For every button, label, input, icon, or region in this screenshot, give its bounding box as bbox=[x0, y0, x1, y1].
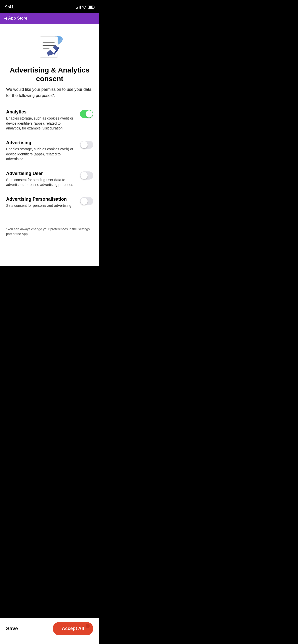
status-icons bbox=[76, 6, 94, 9]
consent-item-text-advertising-user: Advertising UserSets consent for sending… bbox=[6, 171, 80, 187]
consent-item-title-advertising-personalisation: Advertising Personalisation bbox=[6, 197, 76, 202]
consent-item-advertising: AdvertisingEnables storage, such as cook… bbox=[6, 136, 93, 166]
consent-item-desc-analytics: Enables storage, such as cookies (web) o… bbox=[6, 116, 76, 131]
consent-item-advertising-personalisation: Advertising PersonalisationSets consent … bbox=[6, 192, 93, 213]
consent-item-desc-advertising-user: Sets consent for sending user data to ad… bbox=[6, 178, 76, 187]
consent-item-text-advertising: AdvertisingEnables storage, such as cook… bbox=[6, 140, 80, 162]
consent-item-text-advertising-personalisation: Advertising PersonalisationSets consent … bbox=[6, 197, 80, 208]
toggle-advertising-personalisation[interactable] bbox=[80, 197, 93, 205]
toggle-advertising[interactable] bbox=[80, 141, 93, 149]
signal-bars-icon bbox=[76, 6, 81, 9]
wifi-icon bbox=[82, 6, 86, 9]
consent-item-text-analytics: AnalyticsEnables storage, such as cookie… bbox=[6, 109, 80, 131]
page-subtitle: We would like your permission to use you… bbox=[0, 83, 99, 99]
hero-section bbox=[0, 24, 99, 63]
nav-bar: ◀ App Store bbox=[0, 13, 99, 24]
back-chevron-icon: ◀ bbox=[4, 16, 7, 21]
consent-item-title-analytics: Analytics bbox=[6, 109, 76, 115]
consent-list: AnalyticsEnables storage, such as cookie… bbox=[0, 99, 99, 213]
back-button[interactable]: ◀ App Store bbox=[4, 16, 28, 21]
consent-item-analytics: AnalyticsEnables storage, such as cookie… bbox=[6, 105, 93, 136]
status-bar: 9:41 bbox=[0, 0, 99, 13]
battery-icon bbox=[88, 6, 94, 9]
consent-item-advertising-user: Advertising UserSets consent for sending… bbox=[6, 166, 93, 192]
toggle-advertising-user[interactable] bbox=[80, 171, 93, 180]
toggle-analytics[interactable] bbox=[80, 110, 93, 118]
consent-item-title-advertising-user: Advertising User bbox=[6, 171, 76, 176]
back-label: App Store bbox=[8, 16, 28, 21]
consent-illustration bbox=[34, 32, 65, 61]
consent-item-desc-advertising-personalisation: Sets consent for personalized advertisin… bbox=[6, 203, 76, 208]
page-title: Advertising & Analytics consent bbox=[0, 63, 99, 83]
consent-item-desc-advertising: Enables storage, such as cookies (web) o… bbox=[6, 147, 76, 162]
status-time: 9:41 bbox=[5, 5, 14, 10]
consent-item-title-advertising: Advertising bbox=[6, 140, 76, 145]
main-content: Advertising & Analytics consent We would… bbox=[0, 24, 99, 266]
footer-note: *You can always change your preferences … bbox=[0, 221, 99, 241]
